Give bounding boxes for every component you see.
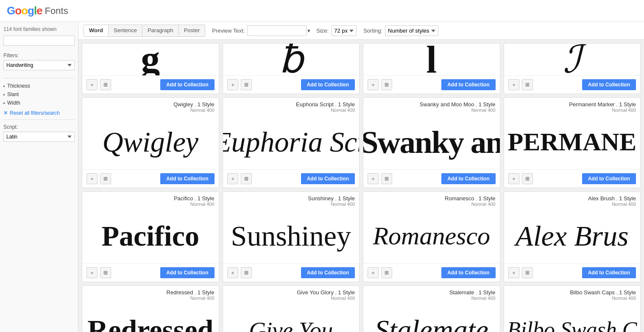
add-collection-swanky[interactable]: Add to Collection (441, 173, 495, 184)
plus-icon-top-3[interactable]: ＋ (368, 79, 379, 90)
font-card-footer-top-3: ＋ ⊞ Add to Collection (363, 75, 500, 94)
font-preview-text-permanent: PERMANE (508, 129, 636, 155)
tab-paragraph[interactable]: Paragraph (142, 25, 179, 36)
grid-btn-qwigley[interactable]: ⊞ (100, 173, 111, 184)
tab-sentence[interactable]: Sentence (109, 25, 142, 36)
width-label: Width (7, 100, 20, 106)
font-card-header-qwigley: Qwigley , 1 Style Normal 400 (82, 98, 219, 114)
font-card-header-sunshiney: Sunshiney , 1 Style Normal 400 (223, 192, 360, 208)
grid-btn-alexbrush[interactable]: ⊞ (522, 267, 533, 278)
grid-btn-euphoria[interactable]: ⊞ (241, 173, 252, 184)
grid-btn-permanent[interactable]: ⊞ (522, 173, 533, 184)
add-collection-sunshiney[interactable]: Add to Collection (301, 267, 355, 278)
font-styles-romanesco: 1 Style (479, 195, 496, 202)
add-collection-romanesco[interactable]: Add to Collection (441, 267, 495, 278)
font-styles-redressed: 1 Style (198, 289, 215, 296)
plus-btn-romanesco[interactable]: ＋ (368, 267, 379, 278)
toolbar: Word Sentence Paragraph Poster Preview T… (78, 22, 644, 40)
font-weight-redressed: Normal 400 (86, 296, 215, 301)
font-name-swanky: Swanky and Moo Moo (420, 101, 474, 108)
grid-btn-romanesco[interactable]: ⊞ (381, 267, 392, 278)
font-styles-stalemate: 1 Style (479, 289, 496, 296)
plus-btn-swanky[interactable]: ＋ (368, 173, 379, 184)
font-card-header-alexbrush: Alex Brush , 1 Style Normal 400 (504, 192, 641, 208)
size-select[interactable]: 72 px (331, 25, 357, 36)
add-collection-euphoria[interactable]: Add to Collection (301, 173, 355, 184)
plus-btn-alexbrush[interactable]: ＋ (508, 267, 519, 278)
tab-word[interactable]: Word (84, 25, 109, 36)
font-weight-giveyou: Normal 400 (227, 296, 355, 301)
slant-arrow: ▸ (3, 92, 6, 97)
add-to-collection-top-4[interactable]: Add to Collection (582, 79, 636, 90)
font-card-top-1: g ＋ ⊞ Add to Collection (82, 43, 219, 94)
font-preview-swanky: Swanky an (363, 114, 500, 169)
font-card-footer-permanent: ＋ ⊞ Add to Collection (504, 169, 641, 188)
grid-icon-top-1[interactable]: ⊞ (100, 79, 111, 90)
thickness-arrow: ▸ (3, 84, 6, 88)
plus-btn-pacifico[interactable]: ＋ (86, 267, 98, 278)
font-weight-bilbo: Normal 400 (508, 296, 636, 301)
font-card-qwigley: Qwigley , 1 Style Normal 400 Qwigley ＋ ⊞… (82, 97, 219, 188)
plus-btn-qwigley[interactable]: ＋ (86, 173, 98, 184)
plus-btn-euphoria[interactable]: ＋ (227, 173, 238, 184)
header: Google Fonts (0, 0, 644, 22)
font-weight-pacifico: Normal 400 (86, 202, 215, 207)
font-name-bilbo: Bilbo Swash Caps (570, 289, 615, 296)
script-dropdown[interactable]: Latin (3, 132, 75, 142)
font-card-header-euphoria: Euphoria Script , 1 Style Normal 400 (223, 98, 360, 114)
font-card-header-romanesco: Romanesco , 1 Style Normal 400 (363, 192, 500, 208)
font-card-footer-top-1: ＋ ⊞ Add to Collection (82, 75, 219, 94)
add-collection-permanent[interactable]: Add to Collection (582, 173, 636, 184)
font-name-qwigley: Qwigley (173, 101, 193, 108)
grid-btn-swanky[interactable]: ⊞ (381, 173, 392, 184)
font-preview-text-pacifico: Pacifico (102, 221, 199, 250)
add-collection-qwigley[interactable]: Add to Collection (160, 173, 214, 184)
handwriting-filter-dropdown[interactable]: Handwriting (3, 60, 75, 70)
font-preview-bilbo: Bilbo Swash C (504, 302, 641, 332)
font-preview-text-stalemate: Stalemate (375, 315, 488, 332)
add-collection-pacifico[interactable]: Add to Collection (160, 267, 214, 278)
add-to-collection-top-2[interactable]: Add to Collection (301, 79, 355, 90)
fonts-wordmark: Fonts (45, 6, 68, 17)
grid-icon-top-4[interactable]: ⊞ (522, 79, 533, 90)
preview-dropdown-arrow[interactable]: ▾ (307, 28, 310, 34)
font-preview-alexbrush: Alex Brus (504, 208, 641, 263)
main-content: Word Sentence Paragraph Poster Preview T… (78, 22, 644, 332)
font-card-footer-pacifico: ＋ ⊞ Add to Collection (82, 263, 219, 282)
font-card-top-3: l ＋ ⊞ Add to Collection (363, 43, 500, 94)
search-input[interactable] (3, 36, 75, 46)
font-card-top-2: ƀ ＋ ⊞ Add to Collection (223, 43, 360, 94)
font-card-header-stalemate: Stalemate , 1 Style Normal 400 (363, 286, 500, 302)
font-card-header-permanent: Permanent Marker , 1 Style Normal 400 (504, 98, 641, 114)
font-card-header-bilbo: Bilbo Swash Caps , 1 Style Normal 400 (504, 286, 641, 302)
plus-icon-top-4[interactable]: ＋ (508, 79, 519, 90)
font-weight-sunshiney: Normal 400 (227, 202, 355, 207)
font-preview-top-1: g (82, 44, 219, 75)
font-preview-top-4: ℐ (504, 44, 641, 75)
thickness-section[interactable]: ▸ Thickness (3, 82, 75, 90)
app-logo: Google Fonts (7, 4, 68, 17)
add-collection-alexbrush[interactable]: Add to Collection (582, 267, 636, 278)
font-name-pacifico: Pacifico (174, 195, 193, 202)
font-preview-qwigley: Qwigley (82, 114, 219, 169)
plus-btn-permanent[interactable]: ＋ (508, 173, 519, 184)
grid-btn-sunshiney[interactable]: ⊞ (241, 267, 252, 278)
reset-filters-button[interactable]: ✕ Reset all filters/search (3, 110, 75, 116)
grid-btn-pacifico[interactable]: ⊞ (100, 267, 111, 278)
font-styles-qwigley: 1 Style (198, 101, 215, 108)
grid-icon-top-2[interactable]: ⊞ (241, 79, 252, 90)
plus-icon-top-1[interactable]: ＋ (86, 79, 98, 90)
font-card-header-giveyou: Give You Glory , 1 Style Normal 400 (223, 286, 360, 302)
plus-icon-top-2[interactable]: ＋ (227, 79, 238, 90)
add-to-collection-top-3[interactable]: Add to Collection (441, 79, 495, 90)
sorting-select[interactable]: Number of styles (385, 25, 438, 36)
add-to-collection-top-1[interactable]: Add to Collection (160, 79, 214, 90)
width-section[interactable]: ▸ Width (3, 99, 75, 107)
grid-icon-top-3[interactable]: ⊞ (381, 79, 392, 90)
preview-text-input[interactable] (247, 25, 307, 36)
font-preview-top-2: ƀ (223, 44, 360, 75)
font-card-bilbo: Bilbo Swash Caps , 1 Style Normal 400 Bi… (504, 285, 641, 332)
plus-btn-sunshiney[interactable]: ＋ (227, 267, 238, 278)
slant-section[interactable]: ▸ Slant (3, 90, 75, 99)
tab-poster[interactable]: Poster (179, 25, 205, 36)
